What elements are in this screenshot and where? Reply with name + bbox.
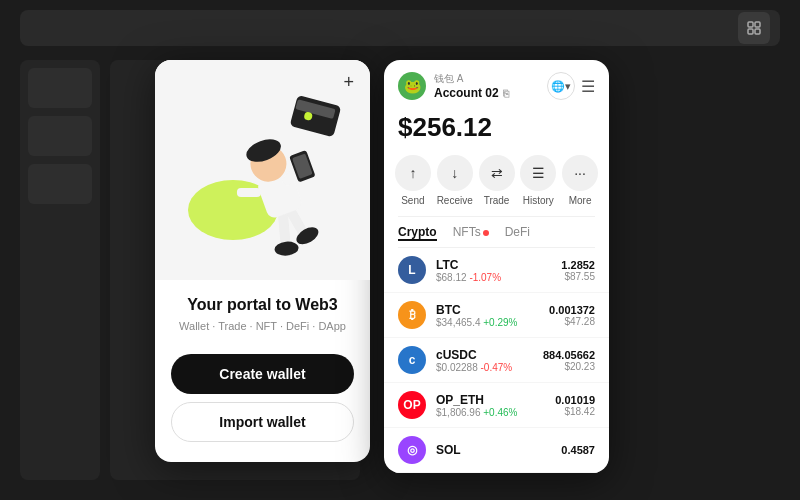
receive-icon: ↓ xyxy=(437,155,473,191)
crypto-info-btc: BTC $34,465.4 +0.29% xyxy=(436,303,539,328)
sidebar xyxy=(20,60,100,480)
crypto-change: +0.46% xyxy=(483,407,517,418)
onboarding-panel: + xyxy=(155,60,370,462)
sidebar-item-3 xyxy=(28,164,92,204)
panels-container: + xyxy=(155,60,609,473)
crypto-symbol: BTC xyxy=(436,303,539,317)
welcome-text-block: Your portal to Web3 Wallet · Trade · NFT… xyxy=(159,280,366,340)
tab-crypto[interactable]: Crypto xyxy=(398,225,437,239)
illustration-area: + xyxy=(155,60,370,280)
crypto-change: -0.47% xyxy=(481,362,513,373)
action-send[interactable]: ↑ Send xyxy=(395,155,431,206)
crypto-symbol: OP_ETH xyxy=(436,393,545,407)
welcome-subtitle: Wallet · Trade · NFT · DeFi · DApp xyxy=(179,320,346,332)
tab-nfts[interactable]: NFTs xyxy=(453,225,489,239)
welcome-title: Your portal to Web3 xyxy=(179,296,346,314)
crypto-symbol: LTC xyxy=(436,258,551,272)
wallet-label: 钱包 A xyxy=(434,72,539,86)
crypto-item-cusdc[interactable]: c cUSDC $0.02288 -0.47% 884.05662 $20.23 xyxy=(384,338,609,383)
crypto-amount: 1.2852 xyxy=(561,259,595,271)
svg-rect-3 xyxy=(755,29,760,34)
send-icon: ↑ xyxy=(395,155,431,191)
balance-amount: $256.12 xyxy=(398,112,595,143)
more-label: More xyxy=(569,195,592,206)
history-icon: ☰ xyxy=(520,155,556,191)
crypto-info-sol: SOL xyxy=(436,443,551,457)
crypto-item-btc[interactable]: ₿ BTC $34,465.4 +0.29% 0.001372 $47.28 xyxy=(384,293,609,338)
svg-rect-1 xyxy=(755,22,760,27)
crypto-info-ltc: LTC $68.12 -1.07% xyxy=(436,258,551,283)
more-icon: ··· xyxy=(562,155,598,191)
wallet-header-icons: 🌐▾ ☰ xyxy=(547,72,595,100)
crypto-change: +0.29% xyxy=(483,317,517,328)
crypto-balance: 1.2852 $87.55 xyxy=(561,259,595,282)
crypto-balance: 0.4587 xyxy=(561,444,595,456)
crypto-balance: 0.01019 $18.42 xyxy=(555,394,595,417)
tab-defi[interactable]: DeFi xyxy=(505,225,530,239)
action-more[interactable]: ··· More xyxy=(562,155,598,206)
crypto-icon-cusdc: c xyxy=(398,346,426,374)
crypto-icon-sol: ◎ xyxy=(398,436,426,464)
sidebar-item-1 xyxy=(28,68,92,108)
action-row: ↑ Send ↓ Receive ⇄ Trade ☰ History ··· M… xyxy=(384,155,609,216)
tabs-row: CryptoNFTsDeFi xyxy=(384,217,609,247)
send-label: Send xyxy=(401,195,424,206)
svg-point-7 xyxy=(273,241,298,257)
crypto-item-sol[interactable]: ◎ SOL 0.4587 xyxy=(384,428,609,473)
wallet-detail-panel: 🐸 钱包 A Account 02 ⎘ 🌐▾ ☰ $256.12 ↑ Send … xyxy=(384,60,609,473)
trade-icon: ⇄ xyxy=(479,155,515,191)
crypto-usd: $47.28 xyxy=(549,316,595,327)
topbar xyxy=(20,10,780,46)
import-wallet-button[interactable]: Import wallet xyxy=(171,402,354,442)
crypto-icon-op_eth: OP xyxy=(398,391,426,419)
crypto-price: $1,806.96 +0.46% xyxy=(436,407,545,418)
crypto-info-cusdc: cUSDC $0.02288 -0.47% xyxy=(436,348,533,373)
action-trade[interactable]: ⇄ Trade xyxy=(479,155,515,206)
crypto-price: $0.02288 -0.47% xyxy=(436,362,533,373)
svg-rect-2 xyxy=(748,29,753,34)
menu-button[interactable]: ☰ xyxy=(581,77,595,96)
wallet-name-block: 钱包 A Account 02 ⎘ xyxy=(434,72,539,100)
crypto-list: L LTC $68.12 -1.07% 1.2852 $87.55 ₿ BTC … xyxy=(384,248,609,473)
wallet-header: 🐸 钱包 A Account 02 ⎘ 🌐▾ ☰ xyxy=(384,60,609,108)
crypto-amount: 0.001372 xyxy=(549,304,595,316)
crypto-icon-btc: ₿ xyxy=(398,301,426,329)
crypto-price: $34,465.4 +0.29% xyxy=(436,317,539,328)
crypto-symbol: cUSDC xyxy=(436,348,533,362)
svg-rect-0 xyxy=(748,22,753,27)
copy-icon[interactable]: ⎘ xyxy=(503,88,509,99)
crypto-item-op_eth[interactable]: OP OP_ETH $1,806.96 +0.46% 0.01019 $18.4… xyxy=(384,383,609,428)
crypto-balance: 884.05662 $20.23 xyxy=(543,349,595,372)
crypto-price: $68.12 -1.07% xyxy=(436,272,551,283)
expand-button[interactable] xyxy=(738,12,770,44)
plus-icon: + xyxy=(343,72,354,93)
sidebar-item-2 xyxy=(28,116,92,156)
crypto-amount: 884.05662 xyxy=(543,349,595,361)
avatar: 🐸 xyxy=(398,72,426,100)
globe-button[interactable]: 🌐▾ xyxy=(547,72,575,100)
create-wallet-button[interactable]: Create wallet xyxy=(171,354,354,394)
receive-label: Receive xyxy=(437,195,473,206)
crypto-usd: $18.42 xyxy=(555,406,595,417)
crypto-balance: 0.001372 $47.28 xyxy=(549,304,595,327)
action-receive[interactable]: ↓ Receive xyxy=(437,155,473,206)
crypto-change: -1.07% xyxy=(469,272,501,283)
history-label: History xyxy=(523,195,554,206)
crypto-amount: 0.4587 xyxy=(561,444,595,456)
crypto-info-op_eth: OP_ETH $1,806.96 +0.46% xyxy=(436,393,545,418)
crypto-usd: $20.23 xyxy=(543,361,595,372)
tab-dot xyxy=(483,230,489,236)
crypto-icon-ltc: L xyxy=(398,256,426,284)
svg-rect-10 xyxy=(236,188,260,197)
wallet-account-name: Account 02 ⎘ xyxy=(434,86,539,100)
trade-label: Trade xyxy=(484,195,510,206)
crypto-item-ltc[interactable]: L LTC $68.12 -1.07% 1.2852 $87.55 xyxy=(384,248,609,293)
crypto-symbol: SOL xyxy=(436,443,551,457)
action-history[interactable]: ☰ History xyxy=(520,155,556,206)
crypto-usd: $87.55 xyxy=(561,271,595,282)
balance-area: $256.12 xyxy=(384,108,609,155)
crypto-amount: 0.01019 xyxy=(555,394,595,406)
